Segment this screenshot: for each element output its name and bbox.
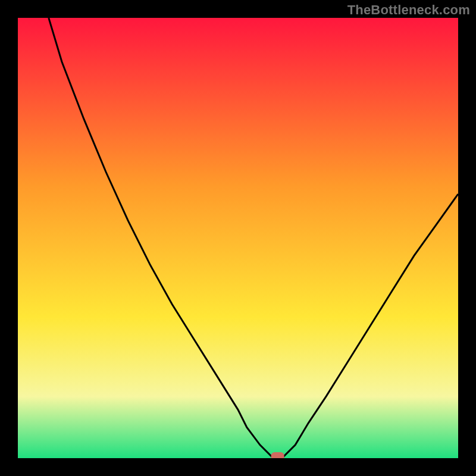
chart-frame: TheBottleneck.com xyxy=(0,0,476,476)
optimal-point-marker xyxy=(271,452,284,458)
plot-area xyxy=(18,18,458,458)
bottleneck-chart xyxy=(18,18,458,458)
watermark-text: TheBottleneck.com xyxy=(347,2,470,18)
gradient-background xyxy=(18,18,458,458)
